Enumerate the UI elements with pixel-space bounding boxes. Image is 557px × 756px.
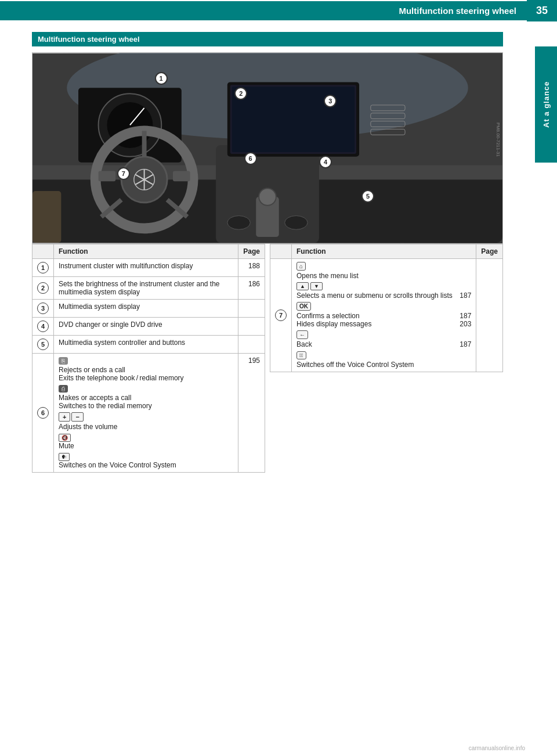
right-table-header-row: Function Page — [270, 244, 503, 259]
row-num: 1 — [32, 259, 54, 277]
phone-start-icon: ⎙ — [59, 385, 68, 393]
phone-end-icon-row: ⎘ — [59, 357, 233, 366]
image-label-6: 6 — [244, 152, 257, 165]
svg-rect-22 — [232, 87, 355, 152]
row-page: 195 — [238, 354, 265, 473]
row-page — [238, 318, 265, 336]
table-row: 6 ⎘ Rejects or ends a call Exits the tel… — [32, 354, 265, 473]
left-table: Function Page 1 Instrument cluster with … — [32, 244, 265, 473]
back-icon: ← — [296, 330, 308, 339]
row-num: 7 — [270, 259, 292, 372]
table-row: 2 Sets the brightness of the instrument … — [32, 277, 265, 300]
back-text: Back 187 — [296, 340, 471, 348]
image-label-1: 1 — [155, 72, 168, 85]
table-row: 7 ⌂ Opens the menu list ▲ ▼ Selects a me… — [270, 259, 503, 372]
sidebar-label: At a glance — [542, 81, 551, 128]
minus-icon: − — [71, 412, 83, 422]
row-function-complex: ⎘ Rejects or ends a call Exits the telep… — [54, 354, 238, 473]
plus-icon: + — [59, 412, 70, 422]
voice-on-text: Switches on the Voice Control System — [59, 461, 233, 469]
home-icon: ⌂ — [296, 262, 306, 271]
makes-text: Makes or accepts a call — [59, 394, 233, 402]
car-image-inner: PM8.00-7211-31 1 2 3 4 5 6 7 — [32, 53, 502, 243]
svg-rect-20 — [99, 171, 116, 182]
row-function: Instrument cluster with multifunction di… — [54, 259, 238, 277]
exits-text: Exits the telephone book / redial memory — [59, 374, 233, 382]
row-function: Multimedia system controller and buttons — [54, 336, 238, 354]
confirms-text: Confirms a selection 187 — [296, 312, 471, 320]
row-function: DVD changer or single DVD drive — [54, 318, 238, 336]
table-row: 5 Multimedia system controller and butto… — [32, 336, 265, 354]
plus-minus-icons: + − — [59, 412, 84, 422]
row-num: 3 — [32, 300, 54, 318]
right-col-function-header: Function — [292, 244, 476, 259]
adjusts-volume-text: Adjusts the volume — [59, 423, 233, 431]
voice-on-icon: 🗣 — [59, 453, 70, 461]
row-page: 186 — [238, 277, 265, 300]
svg-point-24 — [259, 188, 276, 206]
row-function: Sets the brightness of the instrument cl… — [54, 277, 238, 300]
svg-rect-21 — [173, 171, 190, 182]
mute-text: Mute — [59, 442, 233, 450]
arrow-up-icon: ▲ — [296, 282, 309, 290]
page-number: 35 — [527, 0, 557, 21]
row-page — [238, 336, 265, 354]
right-table: Function Page 7 ⌂ Opens the menu list — [270, 244, 503, 473]
voice-off-text: Switches off the Voice Control System — [296, 361, 471, 369]
left-col-page-header: Page — [238, 244, 265, 259]
table-row: 1 Instrument cluster with multifunction … — [32, 259, 265, 277]
row-function: Multimedia system display — [54, 300, 238, 318]
left-table-element: Function Page 1 Instrument cluster with … — [32, 244, 265, 473]
ok-icon: OK — [296, 302, 311, 311]
car-interior-svg: PM8.00-7211-31 — [32, 53, 502, 243]
row-num: 5 — [32, 336, 54, 354]
mute-icon-row: 🔇 — [59, 433, 233, 442]
tables-section: Function Page 1 Instrument cluster with … — [32, 244, 503, 473]
home-icon-row: ⌂ — [296, 262, 471, 272]
car-image: PM8.00-7211-31 1 2 3 4 5 6 7 — [32, 52, 503, 244]
phone-start-icon-row: ⎙ — [59, 384, 233, 394]
row-function-complex: ⌂ Opens the menu list ▲ ▼ Selects a menu… — [292, 259, 476, 372]
section-heading: Multifunction steering wheel — [32, 32, 503, 46]
voice-off-icon-row: 🗣̸ — [296, 351, 471, 361]
website-footer: carmanualsonline.info — [469, 745, 525, 751]
switches-redial-text: Switches to the redial memory — [59, 402, 233, 410]
arrow-down-icon: ▼ — [310, 282, 323, 290]
voice-icon-row: 🗣 — [59, 452, 233, 461]
table-row: 4 DVD changer or single DVD drive — [32, 318, 265, 336]
row-page — [238, 300, 265, 318]
svg-point-25 — [227, 216, 251, 230]
image-label-7: 7 — [117, 167, 130, 180]
phone-end-icon: ⎘ — [59, 357, 68, 365]
back-icon-row: ← — [296, 330, 471, 340]
left-col-function-header: Function — [54, 244, 238, 259]
top-header: Multifunction steering wheel 35 — [0, 0, 557, 21]
right-table-element: Function Page 7 ⌂ Opens the menu list — [270, 244, 503, 372]
header-title: Multifunction steering wheel — [0, 1, 527, 20]
svg-rect-31 — [32, 191, 61, 243]
row-num: 4 — [32, 318, 54, 336]
svg-point-26 — [285, 216, 308, 230]
arrows-icon-row: ▲ ▼ — [296, 282, 471, 290]
voice-off-icon: 🗣̸ — [296, 351, 306, 359]
rejects-text: Rejects or ends a call — [59, 366, 233, 374]
main-content: Multifunction steering wheel — [0, 21, 535, 490]
svg-text:PM8.00-7211-31: PM8.00-7211-31 — [495, 123, 501, 157]
mute-icon: 🔇 — [59, 434, 71, 442]
selects-menu-text: Selects a menu or submenu or scrolls thr… — [296, 291, 471, 300]
row-num: 6 — [32, 354, 54, 473]
ok-icon-row: OK — [296, 302, 471, 312]
sidebar-tab: At a glance — [535, 46, 557, 163]
row-num: 2 — [32, 277, 54, 300]
right-col-page-header: Page — [476, 244, 503, 259]
opens-menu-text: Opens the menu list — [296, 272, 471, 280]
left-table-header-row: Function Page — [32, 244, 265, 259]
row-page: 188 — [238, 259, 265, 277]
image-label-5: 5 — [361, 190, 374, 203]
hides-text: Hides display messages 203 — [296, 320, 471, 328]
row-page — [476, 259, 503, 372]
table-row: 3 Multimedia system display — [32, 300, 265, 318]
